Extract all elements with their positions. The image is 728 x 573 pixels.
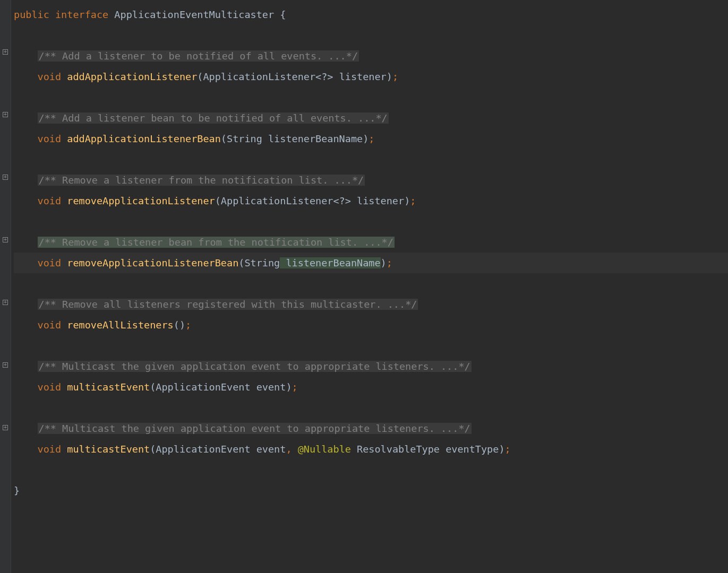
fold-icon[interactable] bbox=[3, 175, 8, 180]
interface-declaration: public interface ApplicationEventMultica… bbox=[14, 4, 728, 25]
annotation-nullable: @Nullable bbox=[298, 444, 351, 455]
javadoc-comment: /** Multicast the given application even… bbox=[14, 356, 728, 377]
blank-line bbox=[14, 149, 728, 170]
method-signature: void removeAllListeners(); bbox=[14, 315, 728, 335]
fold-icon[interactable] bbox=[3, 49, 8, 55]
blank-line bbox=[14, 211, 728, 232]
method-name: removeAllListeners bbox=[67, 319, 173, 331]
method-signature: void multicastEvent(ApplicationEvent eve… bbox=[14, 439, 728, 459]
keyword-public: public bbox=[14, 9, 49, 20]
fold-icon[interactable] bbox=[3, 425, 8, 430]
javadoc-comment: /** Remove a listener from the notificat… bbox=[14, 170, 728, 190]
javadoc-comment: /** Add a listener bean to be notified o… bbox=[14, 108, 728, 128]
blank-line bbox=[14, 87, 728, 108]
method-name: addApplicationListenerBean bbox=[67, 133, 221, 144]
method-signature-current-line: void removeApplicationListenerBean(Strin… bbox=[14, 253, 728, 273]
brace-close: } bbox=[14, 480, 728, 501]
keyword-interface: interface bbox=[55, 9, 108, 20]
javadoc-comment: /** Remove a listener bean from the noti… bbox=[14, 232, 728, 253]
code-editor[interactable]: public interface ApplicationEventMultica… bbox=[11, 0, 728, 501]
method-name: removeApplicationListenerBean bbox=[67, 257, 238, 268]
method-signature: void addApplicationListenerBean(String l… bbox=[14, 128, 728, 149]
javadoc-comment: /** Multicast the given application even… bbox=[14, 418, 728, 439]
method-signature: void removeApplicationListener(Applicati… bbox=[14, 190, 728, 211]
blank-line bbox=[14, 459, 728, 480]
method-name: addApplicationListener bbox=[67, 71, 197, 82]
method-name: multicastEvent bbox=[67, 381, 150, 393]
method-name: removeApplicationListener bbox=[67, 195, 215, 206]
method-signature: void multicastEvent(ApplicationEvent eve… bbox=[14, 377, 728, 397]
javadoc-comment: /** Remove all listeners registered with… bbox=[14, 294, 728, 315]
fold-icon[interactable] bbox=[3, 237, 8, 242]
method-name: multicastEvent bbox=[67, 444, 150, 455]
brace-open: { bbox=[274, 9, 286, 20]
blank-line bbox=[14, 335, 728, 356]
blank-line bbox=[14, 25, 728, 46]
interface-name: ApplicationEventMulticaster bbox=[114, 9, 274, 20]
fold-icon[interactable] bbox=[3, 300, 8, 305]
blank-line bbox=[14, 397, 728, 418]
javadoc-comment: /** Add a listener to be notified of all… bbox=[14, 46, 728, 66]
fold-icon[interactable] bbox=[3, 112, 8, 117]
fold-icon[interactable] bbox=[3, 362, 8, 368]
editor-gutter bbox=[0, 0, 11, 573]
method-signature: void addApplicationListener(ApplicationL… bbox=[14, 66, 728, 87]
blank-line bbox=[14, 273, 728, 294]
